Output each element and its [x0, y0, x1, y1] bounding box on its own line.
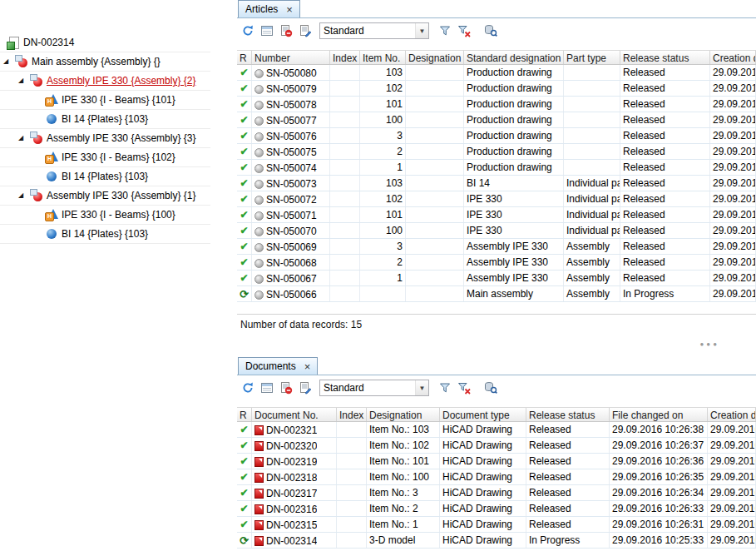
result-list-combo[interactable]: Standard ▼: [319, 22, 429, 39]
tree-item[interactable]: BI 14 {Plates} {103}: [0, 225, 210, 244]
tree-item-label[interactable]: Assembly IPE 330 {Assembly} {3}: [47, 132, 195, 144]
column-header-doc_type[interactable]: Document type: [440, 408, 526, 421]
tree-item-label[interactable]: Assembly IPE 330 {Assembly} {2}: [47, 75, 195, 87]
column-header-creation_date[interactable]: Creation d: [708, 408, 756, 421]
cell-status: ✔: [237, 160, 252, 175]
tree-item[interactable]: IPE 330 {I - Beams} {101}: [0, 91, 210, 110]
table-row[interactable]: ✔SN-0500682Assembly IPE 330AssemblyRelea…: [237, 255, 756, 271]
table-row[interactable]: ✔DN-002320Item No.: 102HiCAD DrawingRele…: [237, 438, 756, 454]
released-check-icon: ✔: [240, 440, 248, 450]
column-header-std_designation[interactable]: Standard designation: [464, 51, 564, 64]
result-list-combo[interactable]: Standard ▼: [319, 380, 429, 396]
table-row[interactable]: ✔SN-0500741Production drawingReleased29.…: [237, 160, 756, 176]
cell-item_no: 2: [360, 255, 406, 270]
column-header-status[interactable]: R: [237, 408, 252, 421]
tree-item-label[interactable]: BI 14 {Plates} {103}: [62, 113, 148, 125]
table-row[interactable]: ✔DN-002316Item No.: 2HiCAD DrawingReleas…: [237, 501, 756, 517]
tree-item[interactable]: ◢Main assembly {Assembly} {}: [0, 52, 210, 72]
clear-filter-icon[interactable]: [457, 380, 472, 395]
article-icon: [254, 275, 264, 284]
chevron-down-icon[interactable]: ▼: [415, 23, 428, 38]
column-header-designation[interactable]: Designation: [406, 51, 464, 64]
column-header-release_status[interactable]: Release status: [620, 51, 710, 64]
column-header-part_type[interactable]: Part type: [564, 51, 620, 64]
cell-status: ✔: [237, 176, 252, 191]
database-search-icon[interactable]: [483, 23, 498, 38]
tree-item[interactable]: ◢Assembly IPE 330 {Assembly} {3}: [0, 129, 210, 148]
cell-part_type: Assembly: [564, 239, 620, 254]
combo-value: Standard: [320, 25, 415, 37]
tree-item[interactable]: IPE 330 {I - Beams} {100}: [0, 206, 210, 225]
tree-item[interactable]: BI 14 {Plates} {103}: [0, 167, 210, 186]
remove-icon[interactable]: [279, 23, 294, 38]
database-search-icon[interactable]: [483, 380, 498, 395]
report-icon[interactable]: [298, 23, 313, 38]
column-header-status[interactable]: R: [237, 51, 252, 64]
tree-item[interactable]: BI 14 {Plates} {103}: [0, 110, 210, 129]
tree-item[interactable]: IPE 330 {I - Beams} {102}: [0, 148, 210, 167]
refresh-icon[interactable]: [240, 380, 255, 395]
tree-item-label[interactable]: IPE 330 {I - Beams} {102}: [62, 151, 175, 163]
column-header-release_status[interactable]: Release status: [526, 408, 610, 421]
column-header-number[interactable]: Number: [252, 51, 330, 64]
close-tab-icon[interactable]: ×: [304, 361, 311, 372]
table-row[interactable]: ✔SN-0500671Assembly IPE 330AssemblyRelea…: [237, 271, 756, 286]
column-header-doc_no[interactable]: Document No.: [252, 408, 337, 421]
column-header-designation[interactable]: Designation: [367, 408, 440, 421]
clear-filter-icon[interactable]: [457, 23, 472, 38]
tree-item-label[interactable]: BI 14 {Plates} {103}: [62, 171, 148, 182]
cell-std_designation: Assembly IPE 330: [464, 255, 564, 270]
table-row[interactable]: ✔SN-0500752Production drawingReleased29.…: [237, 144, 756, 160]
table-row[interactable]: ✔SN-050079102Production drawingReleased2…: [237, 81, 756, 97]
filter-icon[interactable]: [437, 23, 452, 38]
table-row[interactable]: ✔DN-002318Item No.: 100HiCAD DrawingRele…: [237, 469, 756, 485]
table-row[interactable]: ✔DN-002317Item No.: 3HiCAD DrawingReleas…: [237, 485, 756, 501]
tree-item[interactable]: ◢Assembly IPE 330 {Assembly} {1}: [0, 186, 210, 206]
table-row[interactable]: ✔DN-002321Item No.: 103HiCAD DrawingRele…: [237, 422, 756, 438]
expand-collapse-icon[interactable]: ◢: [18, 192, 30, 199]
tree-item[interactable]: DN-002314: [0, 33, 210, 52]
expand-collapse-icon[interactable]: ◢: [18, 135, 30, 141]
column-header-item_no[interactable]: Item No.: [360, 51, 406, 64]
table-row[interactable]: ✔DN-002315Item No.: 1HiCAD DrawingReleas…: [237, 517, 756, 533]
table-row[interactable]: ✔SN-050078101Production drawingReleased2…: [237, 97, 756, 112]
column-header-creation_date[interactable]: Creation dat: [710, 51, 756, 64]
report-icon[interactable]: [298, 380, 313, 395]
panel-splitter[interactable]: ●●●: [237, 333, 756, 357]
tree-item[interactable]: ◢Assembly IPE 330 {Assembly} {2}: [0, 72, 210, 91]
view-icon[interactable]: [259, 23, 274, 38]
tree-item-label[interactable]: IPE 330 {I - Beams} {101}: [62, 94, 175, 106]
remove-icon[interactable]: [279, 380, 294, 395]
expand-collapse-icon[interactable]: ◢: [18, 77, 30, 84]
table-row[interactable]: ✔DN-002319Item No.: 101HiCAD DrawingRele…: [237, 454, 756, 469]
column-header-index[interactable]: Index: [337, 408, 367, 421]
tree-item-label[interactable]: Assembly IPE 330 {Assembly} {1}: [47, 190, 195, 201]
table-row[interactable]: ✔SN-050070100IPE 330Individual partRelea…: [237, 223, 756, 239]
tree-item-label[interactable]: IPE 330 {I - Beams} {100}: [62, 209, 175, 221]
tree-item-label[interactable]: Main assembly {Assembly} {}: [32, 56, 161, 67]
close-tab-icon[interactable]: ×: [286, 4, 293, 15]
view-icon[interactable]: [259, 380, 274, 395]
filter-icon[interactable]: [437, 380, 452, 395]
table-row[interactable]: ⟳SN-050066Main assemblyAssemblyIn Progre…: [237, 286, 756, 302]
table-row[interactable]: ✔SN-050072102IPE 330Individual partRelea…: [237, 191, 756, 207]
expand-collapse-icon[interactable]: ◢: [3, 58, 15, 65]
table-row[interactable]: ✔SN-050077100Production drawingReleased2…: [237, 112, 756, 128]
table-row[interactable]: ⟳DN-0023143-D modelHiCAD DrawingIn Progr…: [237, 533, 756, 549]
refresh-icon[interactable]: [240, 23, 255, 38]
table-row[interactable]: ✔SN-050073103BI 14Individual partRelease…: [237, 176, 756, 191]
chevron-down-icon[interactable]: ▼: [415, 380, 428, 395]
cell-number: SN-050067: [252, 271, 330, 285]
tree-item-label[interactable]: DN-002314: [23, 37, 74, 48]
cell-release_status: Released: [620, 160, 710, 175]
table-row[interactable]: ✔SN-0500763Production drawingReleased29.…: [237, 128, 756, 144]
tab-documents[interactable]: Documents ×: [238, 357, 318, 375]
table-row[interactable]: ✔SN-0500693Assembly IPE 330AssemblyRelea…: [237, 239, 756, 255]
beam-icon: [45, 151, 58, 164]
column-header-file_changed[interactable]: File changed on: [610, 408, 708, 421]
table-row[interactable]: ✔SN-050071101IPE 330Individual partRelea…: [237, 207, 756, 223]
column-header-index[interactable]: Index: [330, 51, 360, 64]
tree-item-label[interactable]: BI 14 {Plates} {103}: [62, 228, 148, 240]
table-row[interactable]: ✔SN-050080103Production drawingReleased2…: [237, 65, 756, 81]
tab-articles[interactable]: Articles ×: [238, 0, 300, 17]
